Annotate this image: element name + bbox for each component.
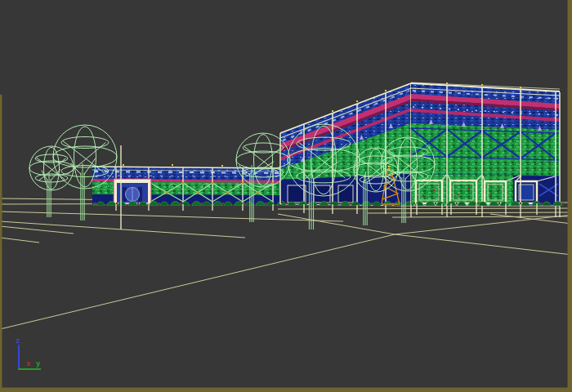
side-hedge-row [412, 200, 564, 206]
ucs-z-label: z [16, 336, 20, 345]
entrance-lintel [114, 179, 151, 183]
viewport-border-right [568, 0, 572, 392]
front-hedge-row [282, 199, 410, 206]
ucs-y-label: y [36, 359, 41, 368]
viewport-border-bottom [0, 388, 572, 392]
viewport-canvas[interactable]: z x y [0, 0, 572, 392]
viewport-border-left [0, 95, 2, 392]
glass-facade-side [411, 82, 564, 206]
ucs-x-label: x [26, 359, 31, 368]
